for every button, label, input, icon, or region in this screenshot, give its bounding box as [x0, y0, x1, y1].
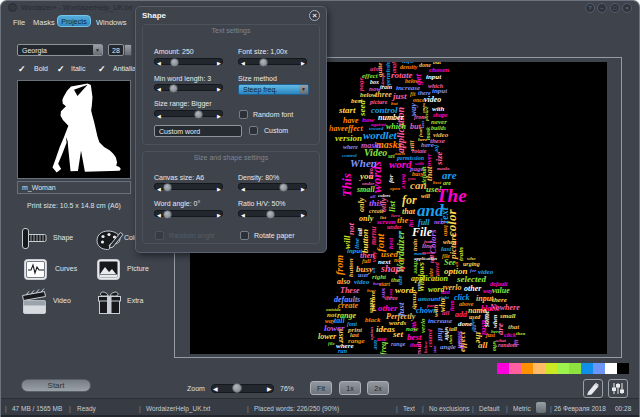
svg-text:from: from [334, 255, 345, 275]
svg-text:colors: colors [378, 193, 391, 198]
svg-text:full: full [418, 218, 430, 227]
svg-text:word: word [428, 285, 445, 294]
svg-text:into: into [442, 225, 450, 237]
svg-text:with: with [432, 105, 445, 113]
svg-text:here: here [391, 213, 401, 218]
svg-text:start: start [338, 105, 356, 115]
svg-text:small: small [499, 312, 516, 320]
svg-text:input: input [432, 87, 448, 95]
svg-text:option: option [369, 327, 374, 340]
svg-text:then: then [410, 342, 422, 348]
svg-text:how: how [373, 281, 382, 286]
svg-text:list: list [387, 200, 397, 212]
svg-text:info: info [402, 62, 414, 65]
svg-text:number: number [378, 113, 405, 122]
svg-text:way: way [483, 288, 493, 294]
svg-text:box: box [398, 231, 403, 239]
svg-text:default: default [421, 166, 427, 184]
svg-text:for: for [470, 268, 476, 273]
svg-text:picture: picture [369, 99, 388, 105]
svg-text:now: now [369, 85, 381, 93]
svg-text:train: train [457, 247, 465, 261]
svg-text:under: under [362, 181, 374, 186]
svg-text:default: default [490, 281, 508, 287]
svg-text:masks: masks [437, 166, 450, 171]
svg-text:right: right [372, 273, 387, 281]
svg-text:range: range [348, 337, 365, 345]
svg-text:here: here [418, 137, 428, 142]
svg-text:use: use [372, 340, 380, 350]
svg-text:are: are [443, 180, 451, 186]
svg-text:part: part [426, 303, 436, 308]
svg-text:value: value [492, 286, 510, 295]
svg-text:increase: increase [428, 317, 452, 325]
svg-text:add: add [455, 310, 468, 319]
svg-text:toward: toward [369, 126, 384, 131]
svg-text:saved: saved [434, 261, 440, 277]
svg-text:below: below [423, 340, 428, 353]
svg-text:all: all [371, 267, 376, 273]
svg-text:also: also [337, 277, 350, 286]
svg-text:not: not [346, 222, 356, 235]
svg-text:now: now [394, 257, 405, 263]
svg-text:all: all [370, 194, 376, 199]
svg-text:file: file [328, 341, 335, 346]
svg-text:but: but [391, 101, 398, 106]
svg-text:then: then [516, 331, 525, 336]
svg-text:done: done [458, 320, 472, 328]
svg-text:how: how [367, 288, 376, 293]
svg-text:set: set [387, 153, 395, 159]
svg-text:set: set [392, 329, 403, 339]
svg-text:outside: outside [326, 307, 342, 312]
svg-text:will: will [421, 193, 430, 199]
svg-text:file: file [442, 253, 450, 259]
svg-text:that: that [402, 207, 416, 216]
svg-text:once: once [413, 97, 425, 103]
svg-text:full: full [362, 258, 371, 264]
svg-text:size: size [432, 345, 437, 354]
svg-text:get: get [413, 74, 423, 86]
svg-text:input: input [426, 73, 442, 81]
svg-text:run: run [338, 348, 348, 354]
svg-text:size: size [428, 268, 434, 278]
svg-text:just: just [423, 239, 432, 244]
svg-text:for: for [434, 145, 440, 153]
svg-text:print: print [347, 326, 363, 334]
svg-text:only: only [357, 197, 366, 212]
svg-text:way: way [409, 103, 418, 116]
svg-text:verlo: verlo [445, 283, 461, 292]
svg-text:This: This [339, 173, 354, 197]
svg-text:version: version [335, 133, 362, 143]
svg-text:permission: permission [385, 62, 391, 86]
svg-text:above: above [459, 301, 474, 307]
svg-text:video: video [354, 278, 370, 286]
svg-text:but: but [410, 122, 421, 131]
svg-text:When: When [350, 157, 377, 169]
svg-text:train: train [412, 238, 418, 251]
svg-text:line: line [353, 238, 361, 249]
svg-text:only: only [359, 214, 374, 223]
svg-text:just: just [391, 91, 407, 101]
svg-text:there: there [492, 296, 507, 304]
svg-text:best: best [351, 97, 363, 105]
svg-text:but: but [433, 62, 441, 65]
svg-text:this: this [417, 282, 422, 290]
svg-text:last: last [441, 245, 452, 253]
svg-text:list: list [380, 215, 387, 220]
svg-text:application: application [414, 256, 437, 261]
svg-text:These: These [340, 286, 360, 295]
svg-text:next: next [378, 258, 392, 266]
svg-text:for: for [402, 193, 417, 207]
svg-text:what: what [496, 338, 507, 343]
svg-text:masks: masks [361, 141, 381, 150]
svg-text:other: other [464, 284, 482, 293]
svg-text:video: video [478, 268, 494, 276]
svg-text:page: page [357, 77, 365, 92]
svg-text:create: create [369, 208, 384, 214]
svg-text:other: other [378, 303, 398, 313]
svg-text:each: each [395, 151, 405, 156]
svg-text:range: range [391, 341, 406, 347]
svg-text:all: all [478, 340, 488, 350]
svg-text:user: user [358, 272, 369, 278]
svg-text:picture: picture [424, 106, 429, 122]
